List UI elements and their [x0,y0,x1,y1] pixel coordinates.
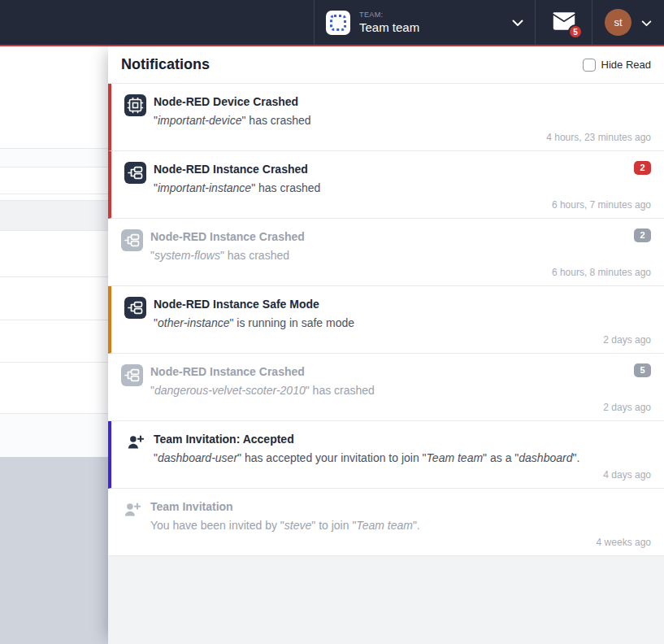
notification-item[interactable]: Team Invitation: Accepted "dashboard-use… [108,421,664,489]
instance-icon [121,229,143,255]
notification-title: Node-RED Device Crashed [154,94,311,110]
user-menu[interactable]: st [592,0,664,45]
notification-time: 6 hours, 8 minutes ago [552,267,651,278]
instance-icon [121,364,143,389]
top-navbar: TEAM: Team team 5 st [0,0,664,45]
notification-time: 4 hours, 23 minutes ago [546,132,651,143]
notification-body: You have been invited by "steve" to join… [150,517,420,533]
notification-item[interactable]: Node-RED Instance Crashed "important-ins… [108,151,664,219]
notification-title: Node-RED Instance Crashed [150,228,305,245]
team-selector[interactable]: TEAM: Team team [314,0,535,45]
team-label: TEAM: [359,11,512,19]
notification-badge: 2 [634,228,651,242]
notification-title: Team Invitation: Accepted [154,431,579,447]
notification-body: "other-instance" is running in safe mode [154,315,354,331]
notifications-panel: Notifications Hide Read Node-RED Device … [108,46,664,644]
notification-item[interactable]: Node-RED Instance Crashed "system-flows"… [108,219,664,286]
notification-list: Node-RED Device Crashed "important-devic… [108,84,664,556]
notification-item[interactable]: Team Invitation You have been invited by… [108,489,664,556]
mail-unread-badge: 5 [568,24,583,39]
notification-title: Team Invitation [150,498,420,515]
notifications-header: Notifications Hide Read [108,46,664,84]
notification-time: 4 days ago [603,469,651,481]
user-add-icon [121,499,143,524]
team-icon [326,11,350,35]
notification-title: Node-RED Instance Crashed [154,161,320,177]
notification-item[interactable]: Node-RED Instance Safe Mode "other-insta… [108,286,664,354]
avatar: st [605,9,631,36]
instance-icon [124,297,146,322]
instance-icon [124,162,146,187]
notification-badge: 5 [634,363,651,377]
notification-time: 6 hours, 7 minutes ago [552,199,651,211]
notification-badge: 2 [634,161,651,175]
user-add-icon [124,432,146,457]
notification-body: "dashboard-user" has accepted your invit… [154,450,579,466]
notification-item[interactable]: Node-RED Device Crashed "important-devic… [108,84,664,151]
notifications-button[interactable]: 5 [535,0,592,45]
hide-read-label: Hide Read [601,59,651,71]
notification-time: 2 days ago [603,334,651,346]
notification-title: Node-RED Instance Crashed [150,363,375,380]
notification-body: "dangerous-velvet-scoter-2010" has crash… [150,382,375,398]
notification-title: Node-RED Instance Safe Mode [154,296,354,312]
chevron-down-icon [512,15,523,30]
hide-read-toggle[interactable]: Hide Read [583,59,651,72]
team-name: Team team [359,20,512,34]
hide-read-checkbox[interactable] [583,59,596,72]
notification-body: "system-flows" has crashed [150,247,305,263]
chip-icon [124,94,146,120]
page-title: Notifications [121,56,210,73]
notification-time: 2 days ago [603,402,651,413]
notification-item[interactable]: Node-RED Instance Crashed "dangerous-vel… [108,354,664,421]
chevron-down-icon [641,15,652,30]
notification-body: "important-instance" has crashed [154,180,320,196]
notification-time: 4 weeks ago [597,537,651,548]
notification-body: "important-device" has crashed [154,112,311,128]
